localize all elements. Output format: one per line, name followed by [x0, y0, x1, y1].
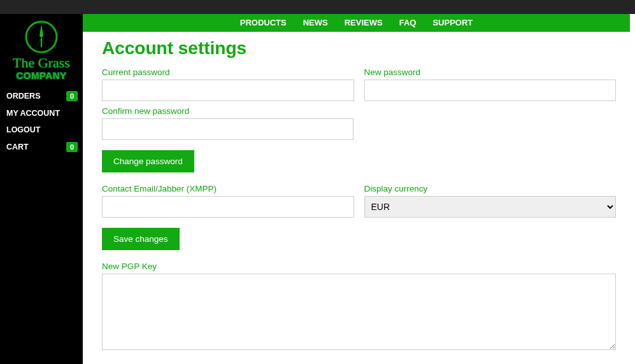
password-row-2: Confirm new password	[102, 106, 616, 140]
pgp-group: New PGP Key	[102, 262, 616, 350]
current-password-group: Current password	[102, 67, 354, 101]
new-password-label: New password	[364, 67, 617, 77]
sidebar-item-label: CART	[6, 143, 29, 151]
currency-label: Display currency	[364, 184, 617, 193]
sidebar: The Grass COMPANY ORDERS 0 MY ACCOUNT LO…	[0, 14, 83, 364]
nav-news[interactable]: NEWS	[303, 18, 328, 27]
nav-reviews[interactable]: REVIEWS	[345, 18, 383, 27]
content: Account settings Current password New pa…	[83, 32, 635, 364]
contact-input[interactable]	[102, 196, 354, 218]
pgp-textarea[interactable]	[102, 274, 616, 350]
brand-line1: The Grass	[13, 56, 70, 70]
currency-group: Display currency EUR	[364, 184, 617, 218]
app-container: The Grass COMPANY ORDERS 0 MY ACCOUNT LO…	[0, 14, 635, 364]
orders-badge: 0	[66, 91, 78, 101]
sidebar-item-label: ORDERS	[6, 92, 40, 101]
main-area: PRODUCTS NEWS REVIEWS FAQ SUPPORT Accoun…	[83, 14, 635, 364]
sidebar-item-label: LOGOUT	[6, 125, 40, 134]
contact-label: Contact Email/Jabber (XMPP)	[102, 184, 354, 193]
password-row-1: Current password New password	[102, 67, 616, 101]
confirm-password-label: Confirm new password	[102, 106, 353, 116]
new-password-input[interactable]	[364, 80, 617, 101]
window-topbar	[0, 0, 635, 14]
nav-support[interactable]: SUPPORT	[432, 18, 473, 27]
contact-currency-row: Contact Email/Jabber (XMPP) Display curr…	[102, 184, 616, 218]
svg-rect-1	[41, 38, 42, 47]
sidebar-nav: ORDERS 0 MY ACCOUNT LOGOUT CART 0	[0, 87, 83, 156]
sidebar-item-label: MY ACCOUNT	[6, 109, 60, 118]
page-title: Account settings	[102, 38, 616, 59]
confirm-password-input[interactable]	[102, 118, 353, 140]
sidebar-item-my-account[interactable]: MY ACCOUNT	[0, 105, 83, 122]
new-password-group: New password	[364, 67, 617, 101]
nav-faq[interactable]: FAQ	[399, 18, 417, 27]
top-nav: PRODUCTS NEWS REVIEWS FAQ SUPPORT	[83, 14, 630, 32]
cart-badge: 0	[66, 142, 78, 152]
current-password-label: Current password	[102, 67, 354, 77]
save-changes-button[interactable]: Save changes	[102, 228, 180, 250]
current-password-input[interactable]	[102, 80, 354, 101]
change-password-button[interactable]: Change password	[102, 150, 194, 172]
sidebar-item-orders[interactable]: ORDERS 0	[0, 87, 83, 105]
brand-logo: The Grass COMPANY	[13, 14, 70, 87]
pgp-label: New PGP Key	[102, 262, 616, 271]
currency-select[interactable]: EUR	[364, 196, 617, 218]
pgp-row: New PGP Key	[102, 262, 616, 350]
confirm-password-group: Confirm new password	[102, 106, 353, 140]
brand-line2: COMPANY	[13, 70, 70, 81]
leaf-logo-icon	[22, 19, 61, 57]
contact-group: Contact Email/Jabber (XMPP)	[102, 184, 354, 218]
nav-products[interactable]: PRODUCTS	[240, 18, 287, 27]
sidebar-item-logout[interactable]: LOGOUT	[0, 122, 83, 138]
sidebar-item-cart[interactable]: CART 0	[0, 138, 83, 156]
